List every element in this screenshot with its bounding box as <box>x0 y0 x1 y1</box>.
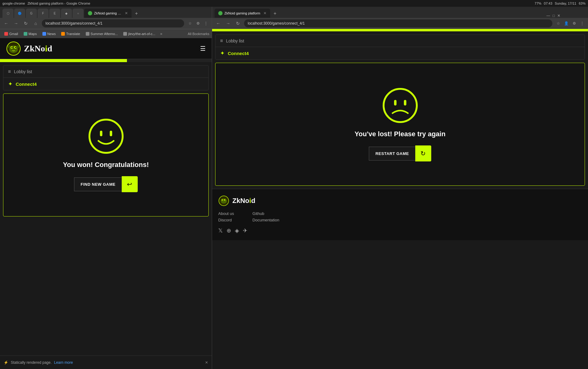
bookmark-star-left[interactable]: ☆ <box>187 20 193 27</box>
breadcrumb-section-right: ≡ Lobby list ✦ Connect4 <box>215 34 585 60</box>
footer-snake-icon <box>218 195 229 206</box>
url-bar-right: ← → ↻ ☆ 👤 ⚙ ⋮ <box>212 18 588 29</box>
tab-zknoid-right[interactable]: ZkNoid gaming platform ✕ <box>215 9 270 18</box>
back-button-left[interactable]: ← <box>2 20 10 27</box>
menu-right[interactable]: ⋮ <box>579 20 586 27</box>
tab-icon-7[interactable]: ○ <box>73 9 84 18</box>
url-input-right[interactable] <box>244 19 552 27</box>
breadcrumb-section-left: ≡ Lobby list ✦ Connect4 <box>3 65 209 90</box>
close-btn-right[interactable]: ✕ <box>557 14 560 18</box>
smiley-sad-icon <box>382 87 419 124</box>
lobby-list-label-left[interactable]: Lobby list <box>14 69 32 74</box>
footer-documentation[interactable]: Documentation <box>252 218 279 222</box>
tab-favicon-left <box>88 11 92 15</box>
svg-point-5 <box>15 47 16 48</box>
menu-left[interactable]: ⋮ <box>203 20 209 27</box>
refresh-button-left[interactable]: ↻ <box>22 20 30 27</box>
tab-icon-3[interactable]: G <box>26 9 37 18</box>
github-icon[interactable]: ⊕ <box>227 227 231 234</box>
url-input-left[interactable] <box>42 19 184 27</box>
notification-learn-more-left[interactable]: Learn more <box>54 360 73 365</box>
logo-text-left: ZkNoid <box>24 44 52 54</box>
game-star-icon-right: ✦ <box>220 50 225 57</box>
footer-about-us[interactable]: About us <box>218 211 234 216</box>
zknoid-app-left: ZkNoid ☰ ≡ Lobby list ✦ Connect <box>0 38 212 355</box>
svg-point-6 <box>8 45 11 48</box>
bookmark-translate-icon <box>61 32 65 36</box>
social-icons-row: 𝕏 ⊕ ◈ ✈ <box>218 227 582 234</box>
footer-github[interactable]: Github <box>252 211 279 216</box>
forward-button-right[interactable]: → <box>224 20 232 27</box>
telegram-icon[interactable]: ✈ <box>243 227 247 234</box>
app-header-left: ZkNoid ☰ <box>0 38 212 59</box>
breadcrumb-row-left: ≡ Lobby list <box>3 65 208 78</box>
bookmark-news[interactable]: News <box>41 31 58 36</box>
tab-zknoid-left[interactable]: ZkNoid gaming platform ✕ <box>84 9 132 18</box>
win-message: You won! Congratulations! <box>63 161 149 169</box>
bookmark-maps[interactable]: Maps <box>22 31 39 36</box>
footer-discord[interactable]: Discord <box>218 218 234 222</box>
bookmark-gmail[interactable]: Gmail <box>2 31 20 36</box>
result-panel-right: You've lost! Please try again RESTART GA… <box>215 63 585 186</box>
extensions-right[interactable]: ⚙ <box>571 20 578 27</box>
tab-close-right[interactable]: ✕ <box>263 11 266 15</box>
app-logo-left: ZkNoid <box>6 41 52 56</box>
restart-game-button[interactable]: RESTART GAME ↻ <box>369 145 431 161</box>
bookmark-star-right[interactable]: ☆ <box>555 20 562 27</box>
lobby-list-label-right[interactable]: Lobby list <box>226 38 244 43</box>
right-footer: ZkNoid About us Discord Github Documenta… <box>212 189 588 240</box>
logo-dot-left: i <box>45 44 47 53</box>
refresh-button-right[interactable]: ↻ <box>234 20 242 27</box>
restart-btn-icon: ↻ <box>415 145 431 161</box>
tab-icon-4[interactable]: F <box>37 9 49 18</box>
loss-message: You've lost! Please try again <box>355 130 446 138</box>
tab-icon-1[interactable]: ⬡ <box>2 9 14 18</box>
browser-chrome-right: ZkNoid gaming platform ✕ + — □ ✕ ← → ↻ <box>212 7 588 29</box>
game-row-right: ✦ Connect4 <box>215 47 585 59</box>
restore-btn-right[interactable]: □ <box>553 14 555 18</box>
tab-icon-6[interactable]: ◆ <box>61 9 72 18</box>
minimize-btn-right[interactable]: — <box>547 14 550 18</box>
all-bookmarks-left[interactable]: All Bookmarks <box>188 32 209 36</box>
bookmark-summer[interactable]: Summer Afterno... <box>84 31 120 36</box>
svg-point-7 <box>16 45 19 48</box>
find-new-game-button[interactable]: FIND NEW GAME ↩ <box>74 176 137 192</box>
bookmark-translate[interactable]: Translate <box>59 31 82 36</box>
bookmark-jlevy[interactable]: jlevy/the-art-of-c... <box>121 31 157 36</box>
url-actions-left: ☆ ⚙ ⋮ <box>187 20 209 27</box>
bookmark-translate-label: Translate <box>66 32 80 36</box>
discord-icon[interactable]: ◈ <box>235 227 239 234</box>
browser-chrome-left: ⬡ 🔵 G F E ◆ ○ <box>0 7 212 38</box>
tab-close-left[interactable]: ✕ <box>125 11 128 15</box>
result-panel-left: You won! Congratulations! FIND NEW GAME … <box>3 93 209 216</box>
breadcrumb-row-right: ≡ Lobby list <box>215 35 585 47</box>
forward-button-left[interactable]: → <box>12 20 20 27</box>
browser-container: ⬡ 🔵 G F E ◆ ○ <box>0 7 588 369</box>
twitter-icon[interactable]: 𝕏 <box>218 227 223 234</box>
right-app-content: ≡ Lobby list ✦ Connect4 <box>212 29 588 369</box>
tab-add-left[interactable]: + <box>132 9 141 18</box>
svg-rect-9 <box>100 131 102 136</box>
app-name: google-chrome <box>2 2 25 5</box>
smiley-happy-icon <box>88 118 124 155</box>
page-content-left: ZkNoid ☰ ≡ Lobby list ✦ Connect <box>0 38 212 355</box>
footer-logo: ZkNoid <box>218 195 582 206</box>
back-button-right[interactable]: ← <box>215 20 222 27</box>
bookmark-news-icon <box>42 32 46 36</box>
notification-text-left: Statically rendered page. <box>11 360 52 365</box>
bookmark-news-label: News <box>47 32 56 36</box>
window-title: ZkNoid gaming platform - Google Chrome <box>27 2 90 5</box>
tab-label-left: ZkNoid gaming platform <box>94 11 122 15</box>
tab-icon-2[interactable]: 🔵 <box>14 9 25 18</box>
tab-icon-5[interactable]: E <box>49 9 60 18</box>
footer-logo-text: ZkNoid <box>232 197 255 205</box>
home-button-left[interactable]: ⌂ <box>32 20 39 27</box>
top-accent-bar-right <box>212 29 588 31</box>
hamburger-menu-left[interactable]: ☰ <box>200 45 206 52</box>
tab-add-right[interactable]: + <box>271 9 279 18</box>
os-bar-left: google-chrome ZkNoid gaming platform - G… <box>2 2 531 5</box>
extensions-left[interactable]: ⚙ <box>195 20 201 27</box>
profile-right[interactable]: 👤 <box>563 20 570 27</box>
more-bookmarks-left[interactable]: » <box>160 32 162 36</box>
notification-close-left[interactable]: ✕ <box>205 360 208 365</box>
